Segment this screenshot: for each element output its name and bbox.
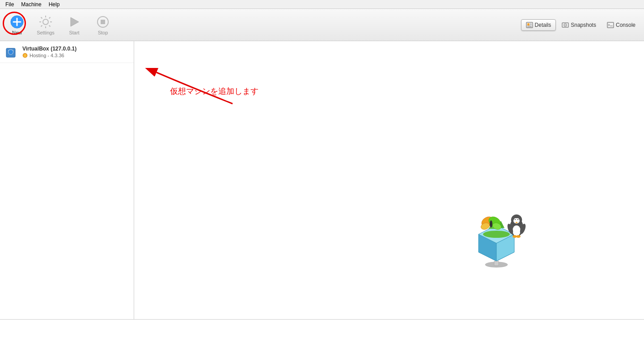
svg-point-31 [511,215,522,225]
svg-marker-24 [479,225,514,243]
svg-point-44 [487,215,502,228]
svg-point-40 [513,235,517,238]
svg-marker-22 [479,234,496,261]
toolbar-right: Details Snapshots Console [521,19,640,31]
settings-icon [38,15,53,29]
svg-point-29 [510,219,523,236]
start-button[interactable]: Start [61,12,88,38]
svg-point-43 [480,222,491,231]
svg-point-33 [514,218,516,220]
details-icon [526,21,533,29]
start-icon [67,15,81,29]
svg-marker-28 [496,221,504,228]
svg-point-32 [513,218,520,224]
svg-rect-48 [494,261,499,266]
sidebar-item-status: Hosting - 4.3.36 [22,53,129,58]
stop-icon [96,15,110,29]
hosting-icon [22,53,28,58]
start-label: Start [69,30,79,35]
virtualbox-logo [452,194,541,283]
svg-point-39 [519,223,527,235]
svg-point-38 [506,223,514,235]
stop-label: Stop [98,30,108,35]
svg-marker-3 [71,17,79,26]
toolbar: New Settings Start Stop [0,9,644,41]
snapshots-button[interactable]: Snapshots [557,19,601,31]
svg-marker-26 [492,221,501,228]
menu-file[interactable]: File [2,0,17,8]
svg-point-41 [516,235,521,238]
console-label: Console [616,22,636,28]
svg-point-2 [43,19,48,25]
annotation-text: 仮想マシンを追加します [170,86,258,97]
svg-marker-21 [479,243,514,261]
svg-point-46 [490,220,492,228]
svg-point-35 [515,219,516,220]
menu-machine[interactable]: Machine [17,0,45,8]
svg-point-25 [483,231,510,238]
new-icon [10,15,24,29]
virtualbox-icon [4,45,19,59]
snapshots-label: Snapshots [571,22,596,28]
new-button[interactable]: New [4,12,30,38]
svg-marker-37 [515,222,518,223]
sidebar: VirtualBox (127.0.0.1) Hosting - 4.3.36 [0,41,134,319]
svg-point-45 [491,222,502,231]
svg-rect-7 [527,23,530,25]
snapshots-icon [562,21,569,29]
settings-button[interactable]: Settings [32,12,59,38]
svg-point-42 [480,215,495,228]
svg-point-47 [485,262,508,267]
sidebar-item-virtualbox[interactable]: VirtualBox (127.0.0.1) Hosting - 4.3.36 [0,41,134,63]
svg-point-14 [565,25,566,25]
main-panel: 仮想マシンを追加します [134,41,644,319]
console-button[interactable]: Console [602,19,640,31]
sidebar-item-name: VirtualBox (127.0.0.1) [22,46,129,52]
menu-bar: File Machine Help [0,0,644,9]
new-label: New [12,30,22,35]
svg-rect-15 [607,22,614,28]
menu-help[interactable]: Help [45,0,64,8]
svg-point-34 [517,218,519,220]
details-button[interactable]: Details [521,19,556,31]
svg-marker-23 [496,234,514,261]
svg-marker-27 [488,222,496,229]
stop-button[interactable]: Stop [89,12,116,38]
status-bar [0,319,644,346]
sidebar-item-info: VirtualBox (127.0.0.1) Hosting - 4.3.36 [22,46,129,58]
svg-rect-5 [101,20,105,24]
annotation-svg [143,68,277,122]
content-area: VirtualBox (127.0.0.1) Hosting - 4.3.36 [0,41,644,319]
svg-point-36 [517,219,518,220]
svg-point-30 [513,225,521,236]
console-icon [607,21,614,29]
details-label: Details [535,22,551,28]
settings-label: Settings [37,30,55,35]
